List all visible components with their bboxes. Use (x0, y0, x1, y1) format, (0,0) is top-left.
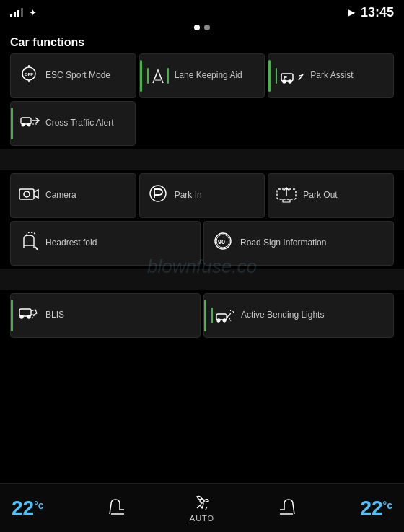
svg-point-6 (289, 80, 291, 83)
svg-point-20 (20, 315, 23, 318)
pagination (0, 23, 404, 33)
svg-line-27 (233, 311, 234, 313)
grid-row-2: Cross Traffic Alert (10, 101, 394, 146)
right-temp-value: 22 (360, 497, 382, 520)
grid-section-3: BLIS Acti (0, 293, 404, 338)
grid-section-1: OFF ESC Sport Mode Lane Keeping Aid (0, 53, 404, 146)
divider-1 (0, 149, 404, 170)
camera-icon (18, 185, 40, 206)
right-temp: 22 °c (360, 497, 392, 520)
camera-label: Camera (45, 190, 76, 201)
blis-icon (18, 303, 40, 328)
cross-traffic-icon (18, 112, 40, 135)
road-sign-icon: 90 (211, 231, 234, 256)
headrest-fold-label: Headrest fold (45, 237, 97, 249)
svg-rect-11 (19, 189, 34, 199)
blis-card[interactable]: BLIS (10, 293, 201, 338)
park-assist-icon: P (276, 68, 304, 84)
park-in-icon (147, 183, 169, 208)
bluetooth-icon: ✦ (29, 7, 37, 18)
active-bending-lights-label: Active Bending Lights (241, 310, 324, 321)
svg-text:P: P (284, 74, 288, 81)
park-out-label: Park Out (303, 190, 337, 201)
dot-1 (194, 25, 200, 30)
svg-text:90: 90 (218, 238, 225, 245)
grid-row-4: Headrest fold 90 Road Sign Information (10, 221, 394, 266)
temp-bar: 22 °c AUTO 22 °c (0, 483, 404, 532)
svg-rect-8 (21, 118, 31, 124)
right-temp-unit: °c (383, 500, 392, 511)
lane-keeping-aid-card[interactable]: Lane Keeping Aid (139, 53, 265, 98)
left-seat-icon (104, 494, 130, 523)
right-seat-icon (274, 494, 300, 523)
park-out-card[interactable]: Park Out (268, 173, 394, 218)
active-bending-lights-card[interactable]: Active Bending Lights (203, 293, 394, 338)
svg-line-26 (232, 310, 232, 312)
esc-sport-mode-card[interactable]: OFF ESC Sport Mode (10, 53, 136, 98)
svg-point-13 (150, 186, 166, 201)
svg-point-24 (223, 319, 226, 322)
svg-point-21 (27, 315, 30, 318)
road-sign-info-card[interactable]: 90 Road Sign Information (203, 221, 394, 266)
divider-2 (0, 269, 404, 290)
cross-traffic-alert-label: Cross Traffic Alert (45, 118, 113, 129)
park-out-icon (276, 183, 297, 208)
lane-keeping-aid-label: Lane Keeping Aid (175, 70, 242, 82)
signal-icon (10, 7, 23, 17)
svg-text:OFF: OFF (25, 72, 33, 77)
esc-icon: OFF (18, 64, 40, 88)
lane-keeping-icon (147, 67, 169, 84)
svg-line-25 (229, 310, 231, 311)
park-assist-label: Park Assist (310, 70, 353, 82)
status-time: 13:45 (361, 5, 394, 20)
dot-2 (204, 25, 210, 30)
svg-point-10 (27, 123, 30, 126)
status-left: ✦ (10, 7, 37, 18)
cross-traffic-alert-card[interactable]: Cross Traffic Alert (10, 101, 136, 146)
fan-section: AUTO (190, 494, 214, 523)
park-assist-card[interactable]: P Park Assist (268, 53, 394, 98)
headrest-fold-card[interactable]: Headrest fold (10, 221, 201, 266)
blis-label: BLIS (45, 310, 64, 321)
play-icon: ▶ (348, 7, 355, 17)
svg-point-9 (22, 123, 25, 126)
left-temp: 22 °c (12, 497, 44, 520)
left-temp-value: 22 (12, 497, 34, 520)
section-title: Car functions (0, 33, 404, 53)
esc-sport-mode-label: ESC Sport Mode (45, 70, 110, 82)
park-in-label: Park In (175, 190, 202, 201)
grid-row-3: Camera Park In Park Out (10, 173, 394, 218)
headrest-icon (18, 231, 40, 256)
park-in-card[interactable]: Park In (139, 173, 265, 218)
camera-card[interactable]: Camera (10, 173, 136, 218)
svg-point-12 (24, 191, 30, 197)
status-bar: ✦ ▶ 13:45 (0, 0, 404, 23)
svg-point-23 (217, 319, 220, 322)
bending-lights-icon (211, 307, 235, 324)
left-temp-unit: °c (34, 500, 43, 511)
road-sign-info-label: Road Sign Information (240, 237, 326, 249)
grid-row-1: OFF ESC Sport Mode Lane Keeping Aid (10, 53, 394, 98)
grid-section-2: Camera Park In Park Out (0, 173, 404, 266)
fan-label: AUTO (190, 514, 214, 523)
grid-row-5: BLIS Acti (10, 293, 394, 338)
